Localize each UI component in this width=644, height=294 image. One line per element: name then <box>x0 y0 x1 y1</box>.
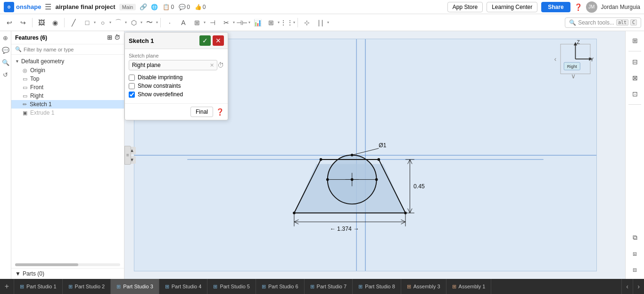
parts-section[interactable]: ▼ Parts (0) <box>15 270 120 277</box>
plane-field-value[interactable]: Right plane ✕ <box>129 60 217 70</box>
user-name[interactable]: Jordan Murguia <box>601 4 640 10</box>
share-button[interactable]: Share <box>541 2 570 12</box>
add-tab-button[interactable]: + <box>0 279 14 294</box>
transform-dropdown-arrow[interactable]: ▾ <box>204 20 206 25</box>
sketch1-item[interactable]: ✏ Sketch 1 <box>11 100 124 109</box>
rs-tool4[interactable]: ⧉ <box>628 231 642 244</box>
display-button[interactable]: 🖼 <box>35 16 48 29</box>
tab-label-5: Part Studio 5 <box>220 284 250 289</box>
snap-button[interactable]: ⊹ <box>300 16 314 29</box>
help-icon[interactable]: ❓ <box>574 3 582 11</box>
show-overdefined-checkbox[interactable] <box>129 92 135 98</box>
panel-collapse-handle[interactable]: ≡ <box>124 146 131 165</box>
mirror-dropdown-arrow[interactable]: ▾ <box>248 20 250 25</box>
tab-part-studio-7[interactable]: ⊞ Part Studio 7 <box>305 279 353 294</box>
comment-icon[interactable]: 💬 0 <box>179 4 190 10</box>
doc-count-icon[interactable]: 📋 0 <box>163 4 174 10</box>
top-plane-item[interactable]: ▭ Top <box>11 75 124 83</box>
notes-icon[interactable]: 💬 <box>1 45 10 55</box>
tab-part-studio-1[interactable]: ⊞ Part Studio 1 <box>14 279 63 294</box>
rs-tool5[interactable]: ⧆ <box>628 247 642 260</box>
view-cube-icon[interactable]: ⊞ <box>628 34 642 47</box>
feature-scrollbar[interactable] <box>15 263 120 266</box>
rectangle-dropdown-arrow[interactable]: ▾ <box>94 20 96 25</box>
final-button[interactable]: Final <box>190 107 213 117</box>
pattern-button[interactable]: ⋮⋮ <box>280 16 293 29</box>
default-geometry-section[interactable]: ▼ Default geometry <box>11 57 124 66</box>
redo-button[interactable]: ↪ <box>17 16 30 29</box>
sketch-panel: Sketch 1 ✓ ✕ Sketch plane Right plane ✕ … <box>124 32 228 120</box>
pattern-dropdown-arrow[interactable]: ▾ <box>293 20 295 25</box>
globe-icon[interactable]: 🌐 <box>151 4 158 10</box>
plane-clock-icon[interactable]: ⏱ <box>217 61 224 69</box>
constraint-button[interactable]: ∣∣ <box>314 16 327 29</box>
tab-assembly-3[interactable]: ⊞ Assembly 3 <box>401 279 446 294</box>
spline-button[interactable]: 〜 <box>143 16 156 29</box>
tab-part-studio-5[interactable]: ⊞ Part Studio 5 <box>207 279 256 294</box>
trim-button[interactable]: ✂ <box>220 16 233 29</box>
sketch-ok-button[interactable]: ✓ <box>199 35 211 46</box>
clock-icon[interactable]: ⏱ <box>114 34 120 41</box>
grid-button[interactable]: ⊞ <box>264 16 278 29</box>
polygon-dropdown: ⬡ ▾ <box>127 16 142 29</box>
menu-button[interactable]: ☰ <box>45 2 51 11</box>
text-tool[interactable]: A <box>177 16 190 29</box>
expand-icon[interactable]: ⊞ <box>107 34 112 41</box>
arc-dropdown-arrow[interactable]: ▾ <box>125 20 127 25</box>
constraint-dropdown-arrow[interactable]: ▾ <box>327 20 329 25</box>
tab-part-studio-6[interactable]: ⊞ Part Studio 6 <box>256 279 305 294</box>
dimension-tool[interactable]: ⊣ <box>206 16 219 29</box>
tab-part-studio-4[interactable]: ⊞ Part Studio 4 <box>159 279 208 294</box>
section-arrow: ▼ <box>15 59 19 64</box>
render-button[interactable]: ◉ <box>49 16 62 29</box>
rectangle-button[interactable]: □ <box>81 16 94 29</box>
polygon-button[interactable]: ⬡ <box>127 16 140 29</box>
rs-tool2[interactable]: ⊠ <box>628 71 642 84</box>
tab-part-studio-3[interactable]: ⊞ Part Studio 3 <box>111 279 159 294</box>
appstore-button[interactable]: App Store <box>447 2 483 12</box>
tab-navigation: ‹ › <box>621 279 644 294</box>
avatar[interactable]: JM <box>586 1 597 13</box>
right-plane-item[interactable]: ▭ Right <box>11 92 124 100</box>
like-icon[interactable]: 👍 0 <box>195 4 206 10</box>
sketch-cancel-button[interactable]: ✕ <box>213 35 224 46</box>
extrude1-item[interactable]: ▣ Extrude 1 <box>11 109 124 117</box>
front-plane-item[interactable]: ▭ Front <box>11 83 124 92</box>
trim-dropdown-arrow[interactable]: ▾ <box>233 20 235 25</box>
mirror-button[interactable]: ⊣⊢ <box>235 16 248 29</box>
disable-imprinting-checkbox[interactable] <box>129 75 135 81</box>
tab-part-studio-2[interactable]: ⊞ Part Studio 2 <box>63 279 111 294</box>
plane-clear-icon[interactable]: ✕ <box>210 62 214 68</box>
arc-button[interactable]: ⌒ <box>112 16 125 29</box>
origin-item[interactable]: ◎ Origin <box>11 66 124 75</box>
grid-dropdown-arrow[interactable]: ▾ <box>278 20 280 25</box>
tab-next-button[interactable]: › <box>633 279 644 294</box>
line-tool[interactable]: ╱ <box>67 16 80 29</box>
circle-dropdown-arrow[interactable]: ▾ <box>109 20 111 25</box>
chart-tool[interactable]: 📊 <box>251 16 264 29</box>
point-tool[interactable]: · <box>163 16 176 29</box>
rs-tool1[interactable]: ⊟ <box>628 55 642 68</box>
polygon-dropdown-arrow[interactable]: ▾ <box>140 20 142 25</box>
undo-button[interactable]: ↩ <box>3 16 16 29</box>
rs-tool6[interactable]: ⧇ <box>628 263 642 276</box>
circle-button[interactable]: ○ <box>96 16 109 29</box>
tab-part-studio-8[interactable]: ⊞ Part Studio 8 <box>353 279 401 294</box>
spline-dropdown-arrow[interactable]: ▾ <box>156 20 158 25</box>
search-tools[interactable]: 🔍 Search tools... alt C <box>565 17 641 28</box>
sketch-help-icon[interactable]: ❓ <box>216 108 224 116</box>
learning-button[interactable]: Learning Center <box>487 2 537 12</box>
transform-button[interactable]: ⊞ <box>190 16 204 29</box>
filter-icon[interactable]: 🔍 <box>1 58 10 67</box>
tab-prev-button[interactable]: ‹ <box>621 279 633 294</box>
link-icon[interactable]: 🔗 <box>140 3 147 10</box>
scroll-arrows: ▲ ▼ <box>128 147 621 164</box>
branch-label[interactable]: Main <box>119 4 136 10</box>
rs-tool3[interactable]: ⊡ <box>628 87 642 101</box>
left-sidebar-icons: ⊕ 💬 🔍 ↺ <box>0 31 11 279</box>
filter-input[interactable] <box>24 47 120 52</box>
add-feature-icon[interactable]: ⊕ <box>1 33 10 42</box>
history-icon[interactable]: ↺ <box>1 70 10 79</box>
show-constraints-checkbox[interactable] <box>129 83 135 89</box>
tab-assembly-1[interactable]: ⊞ Assembly 1 <box>446 279 492 294</box>
